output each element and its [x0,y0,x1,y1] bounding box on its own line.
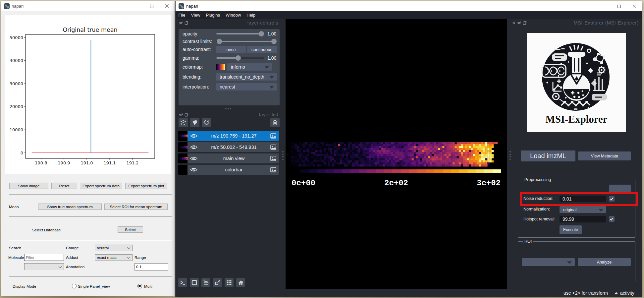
canvas-splitter-right[interactable] [510,151,511,160]
gamma-slider-handle[interactable] [236,55,241,61]
contrast-high-handle[interactable] [271,39,277,44]
show-image-button[interactable]: Show image [9,183,48,189]
activity-label: activity [620,290,634,296]
viewer-canvas[interactable]: 0e+00 2e+02 3e+02 [286,19,507,289]
desktop: napari Original true mean010000200003000… [0,0,644,298]
check-icon [610,217,614,221]
svg-text:191.2: 191.2 [126,160,138,165]
hotspot-removal-input[interactable]: 99.99 [560,216,606,222]
roll-dimensions-button[interactable] [201,278,210,287]
hotspot-removal-checkbox[interactable] [609,216,615,222]
float-dock-icon[interactable] [185,21,188,25]
home-button[interactable] [236,278,245,287]
close-dock-icon[interactable] [512,21,515,25]
layer-thumbnail [178,131,188,141]
range-input[interactable] [134,263,168,270]
molecule-result-combobox[interactable] [24,263,64,270]
normalization-combobox[interactable]: original [560,206,606,213]
hide-dock-icon[interactable] [179,113,183,117]
float-dock-icon[interactable] [185,113,188,117]
separator [9,216,172,217]
blending-combobox[interactable]: translucent_no_depth [216,73,277,81]
menu-window[interactable]: Window [223,13,244,18]
new-labels-layer-button[interactable] [202,118,211,127]
noise-reduction-label: Noise reduction: [523,196,553,201]
hotspot-removal-value: 99.99 [563,216,574,222]
separator [9,240,172,241]
chevron-down-icon [127,246,131,249]
new-shapes-layer-button[interactable] [190,118,199,127]
ndisplay-toggle-button[interactable] [190,278,199,287]
molecule-input[interactable] [24,254,64,261]
charge-label: Charge [66,246,79,250]
new-points-layer-button[interactable] [179,118,188,127]
multi-radio[interactable] [137,284,142,288]
load-imzml-button[interactable]: Load imzML [521,150,575,161]
right-minimize-button[interactable] [596,1,612,11]
menu-file[interactable]: File [176,13,188,18]
menu-plugins[interactable]: Plugins [203,13,223,18]
transpose-button[interactable] [213,278,222,287]
layer-row-3[interactable]: colorbar [178,165,279,175]
noise-reduction-checkbox[interactable] [609,196,615,202]
dock-resize-handle[interactable] [225,108,231,109]
colormap-swatch [216,64,225,70]
left-titlebar[interactable]: napari [1,1,175,11]
shapes-icon [191,119,198,126]
left-maximize-button[interactable] [144,1,159,11]
colorbar-tick-1: 2e+02 [384,179,408,188]
menu-view[interactable]: View [188,13,203,18]
contrast-low-handle[interactable] [217,39,222,44]
export-spectrum-plot-button[interactable]: Export spectrum plot [125,183,167,189]
adduct-combobox[interactable]: exact mass [95,254,133,261]
layer-visibility-eye-icon[interactable] [190,167,197,172]
hotspot-removal-label: Hotspot removal: [523,217,555,221]
auto-contrast-continuous-button[interactable]: continuous [247,46,277,53]
trash-icon [272,119,278,126]
reset-button[interactable]: Reset [51,183,77,189]
single-panel-radio[interactable] [72,284,77,288]
opacity-slider-handle[interactable] [259,31,264,36]
hide-dock-icon[interactable] [179,21,183,25]
view-metadata-button[interactable]: View Metadata [578,151,631,160]
delete-layer-button[interactable] [270,118,280,127]
left-close-button[interactable] [159,1,175,11]
collapse-button[interactable]: - [609,185,631,193]
layer-visibility-eye-icon[interactable] [190,156,197,161]
colorbar-tick-0: 0e+00 [292,179,315,188]
logo-caption: MSI-Explorer [527,113,626,125]
activity-button[interactable]: activity [614,290,634,296]
menu-help[interactable]: Help [244,13,258,18]
colormap-combobox[interactable]: inferno [227,63,272,71]
layer-row-1[interactable]: m/z 50.002 - 549.931 [178,142,279,152]
canvas-splitter-left[interactable] [282,151,284,160]
execute-button[interactable]: Execute [560,225,582,234]
analyze-button[interactable]: Analyze [578,258,631,266]
layer-list-header: layer list [179,112,278,117]
hide-dock-icon[interactable] [517,21,521,25]
auto-contrast-once-button[interactable]: once [216,46,246,53]
right-close-button[interactable] [627,1,642,11]
noise-reduction-input[interactable]: 0.01 [560,196,606,202]
molecule-label: Molecule [8,255,24,260]
layer-visibility-eye-icon[interactable] [190,145,197,150]
charge-combobox[interactable]: neutral [95,245,133,251]
console-button[interactable] [178,278,187,287]
layer-row-2[interactable]: main view [178,153,279,163]
layer-visibility-eye-icon[interactable] [190,133,197,139]
select-roi-mean-button[interactable]: Select ROI for mean spectrum [104,204,168,210]
right-titlebar[interactable]: napari [176,1,642,11]
dropdown-arrow-icon [269,76,274,79]
left-minimize-button[interactable] [129,1,144,11]
layer-row-0[interactable]: m/z 190.759 - 191.27 [178,131,279,141]
grid-view-button[interactable] [225,278,234,287]
export-spectrum-data-button[interactable]: Export spectrum data [80,183,122,189]
float-dock-icon[interactable] [523,21,527,25]
spectrum-plot-svg: Original true mean0100002000030000400005… [5,15,171,174]
show-true-mean-button[interactable]: Show true mean spectrum [38,204,102,210]
roi-combobox[interactable] [522,258,575,266]
select-database-button[interactable]: Select [118,226,143,233]
interpolation-combobox[interactable]: nearest [216,83,277,90]
right-maximize-button[interactable] [612,1,627,11]
dropdown-arrow-icon [599,209,603,211]
